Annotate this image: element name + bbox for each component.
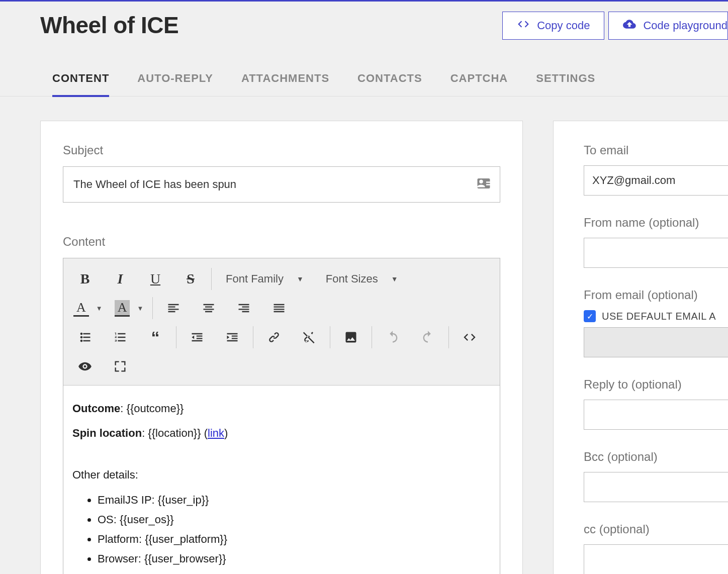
indent-icon[interactable] [220, 325, 245, 350]
use-default-label: USE DEFAULT EMAIL A [602, 311, 716, 322]
outcome-label: Outcome [72, 402, 120, 415]
spin-location-label: Spin location [72, 427, 142, 439]
content-label: Content [63, 235, 500, 249]
sidebar-card: To email From name (optional) From email… [553, 121, 728, 574]
font-family-select[interactable]: Font Family ▼ [217, 266, 313, 292]
cc-label: cc (optional) [584, 522, 728, 536]
list-item: OS: {{user_os}} [98, 511, 491, 528]
code-playground-label: Code playground [643, 19, 727, 32]
editor-toolbar: B I U S Font Family ▼ Font Sizes ▼ [63, 258, 500, 386]
cloud-icon [623, 18, 636, 34]
separator [330, 326, 330, 348]
list-item: Browser: {{user_browser}} [98, 550, 491, 567]
numbered-list-icon[interactable] [108, 325, 133, 350]
id-card-icon[interactable] [476, 176, 491, 193]
align-center-icon[interactable] [196, 296, 221, 321]
content-card: Subject Content B I U S Font Family ▼ [40, 121, 523, 574]
source-code-icon[interactable] [457, 325, 482, 350]
copy-code-button[interactable]: Copy code [502, 12, 604, 40]
text-color-button[interactable]: A▼ [70, 297, 106, 319]
from-name-input[interactable] [584, 238, 728, 268]
spin-link[interactable]: link [208, 427, 224, 439]
unlink-icon[interactable] [297, 325, 322, 350]
editor-body[interactable]: Outcome: {{outcome}} Spin location: {{lo… [63, 386, 500, 574]
list-item: EmailJS IP: {{user_ip}} [98, 491, 491, 509]
tab-content[interactable]: CONTENT [52, 72, 109, 97]
code-playground-button[interactable]: Code playground [608, 12, 728, 40]
italic-icon[interactable]: I [108, 266, 133, 292]
bullet-list-icon[interactable] [72, 325, 98, 350]
fullscreen-icon[interactable] [108, 354, 133, 379]
copy-code-label: Copy code [537, 19, 590, 32]
outcome-value: : {{outcome}} [120, 402, 184, 415]
subject-input[interactable] [63, 166, 500, 203]
separator [152, 297, 153, 319]
to-email-label: To email [584, 143, 728, 157]
preview-icon[interactable] [72, 354, 98, 379]
use-default-checkbox[interactable]: ✓ [584, 310, 596, 322]
redo-icon[interactable] [415, 325, 440, 350]
bcc-input[interactable] [584, 472, 728, 502]
subject-label: Subject [63, 143, 500, 157]
cc-input[interactable] [584, 544, 728, 574]
image-icon[interactable] [338, 325, 363, 350]
separator [372, 326, 372, 348]
to-email-input[interactable] [584, 165, 728, 196]
from-email-label: From email (optional) [584, 288, 728, 302]
link-icon[interactable] [261, 325, 287, 350]
underline-icon[interactable]: U [143, 266, 168, 292]
highlight-color-button[interactable]: A▼ [112, 297, 147, 319]
separator [253, 326, 253, 348]
undo-icon[interactable] [380, 325, 405, 350]
separator [448, 326, 449, 348]
chevron-down-icon: ▼ [391, 275, 398, 283]
chevron-down-icon: ▼ [96, 305, 103, 312]
page-title: Wheel of ICE [40, 12, 178, 39]
other-details-label: Other details: [72, 466, 491, 484]
font-family-label: Font Family [226, 272, 284, 285]
blockquote-icon[interactable]: “ [143, 325, 168, 350]
top-actions: Copy code Code playground [502, 12, 728, 40]
reply-to-label: Reply to (optional) [584, 377, 728, 392]
separator [211, 268, 212, 290]
align-right-icon[interactable] [231, 296, 256, 321]
from-email-input [584, 327, 728, 357]
rich-text-editor: B I U S Font Family ▼ Font Sizes ▼ [63, 258, 500, 574]
from-name-label: From name (optional) [584, 216, 728, 230]
separator [176, 326, 176, 348]
bold-icon[interactable]: B [72, 266, 98, 292]
strikethrough-icon[interactable]: S [178, 266, 203, 292]
reply-to-input[interactable] [584, 400, 728, 430]
tab-settings[interactable]: SETTINGS [536, 72, 595, 96]
code-icon [517, 18, 530, 34]
font-sizes-label: Font Sizes [326, 272, 378, 285]
font-sizes-select[interactable]: Font Sizes ▼ [317, 266, 407, 292]
tab-contacts[interactable]: CONTACTS [357, 72, 422, 96]
tab-captcha[interactable]: CAPTCHA [450, 72, 508, 96]
tab-attachments[interactable]: ATTACHMENTS [241, 72, 329, 96]
tab-bar: CONTENT AUTO-REPLY ATTACHMENTS CONTACTS … [0, 40, 728, 97]
bcc-label: Bcc (optional) [584, 450, 728, 464]
chevron-down-icon: ▼ [137, 305, 143, 312]
outdent-icon[interactable] [185, 325, 210, 350]
list-item: Platform: {{user_platform}} [98, 530, 491, 548]
align-left-icon[interactable] [161, 296, 186, 321]
tab-auto-reply[interactable]: AUTO-REPLY [137, 72, 213, 96]
align-justify-icon[interactable] [266, 296, 292, 321]
chevron-down-icon: ▼ [297, 275, 304, 283]
spin-value-pre: : {{location}} ( [142, 427, 208, 439]
spin-value-post: ) [224, 427, 228, 439]
